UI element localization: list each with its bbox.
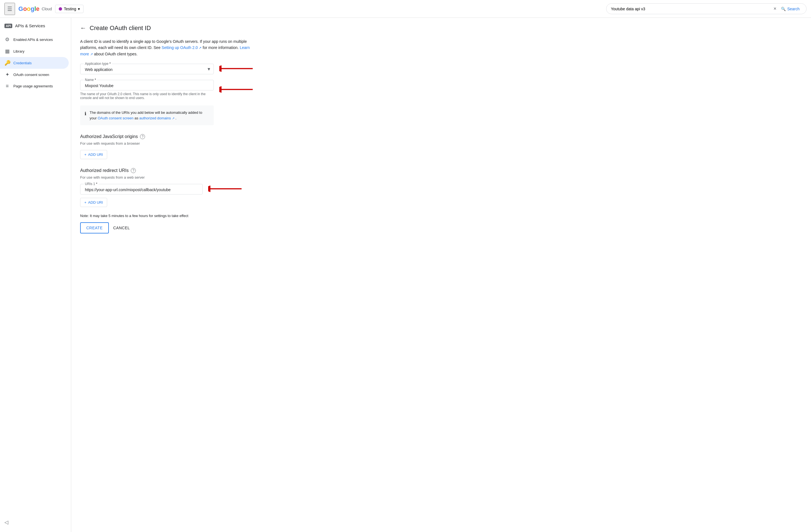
description-text-3: about OAuth client types. (94, 52, 137, 56)
google-cloud-logo[interactable]: Google Cloud (18, 5, 52, 13)
js-origins-help-icon[interactable]: ? (140, 134, 145, 139)
uri-1-label: URIs 1 * (84, 182, 98, 186)
info-box-text: The domains of the URIs you add below wi… (90, 110, 209, 121)
oauth-icon: ✦ (4, 72, 10, 78)
search-clear-button[interactable]: × (774, 6, 777, 12)
application-type-field: Application type * Web application ▾ (80, 64, 214, 74)
page-usage-icon: ≡ (4, 83, 10, 89)
add-uri-label-2: ADD URI (88, 200, 103, 204)
credentials-icon: 🔑 (4, 60, 10, 66)
sidebar-header: API APIs & Services (0, 20, 71, 31)
info-box: ℹ The domains of the URIs you add below … (80, 106, 214, 125)
name-field: Name * (80, 80, 214, 91)
topbar: ☰ Google Cloud Testing ▾ × 🔍 Search (0, 0, 811, 18)
info-icon: ℹ (85, 110, 86, 117)
menu-button[interactable]: ☰ (4, 3, 15, 15)
application-type-group: Application type * Web application ▾ (80, 64, 214, 74)
sidebar-item-label: Credentials (13, 61, 32, 65)
page-description: A client ID is used to identify a single… (80, 38, 258, 57)
js-origins-hint: For use with requests from a browser (80, 141, 313, 145)
name-hint: The name of your OAuth 2.0 client. This … (80, 92, 214, 100)
back-button[interactable]: ← (80, 25, 86, 32)
redirect-uris-hint: For use with requests from a web server (80, 175, 313, 179)
hamburger-icon: ☰ (7, 6, 12, 12)
search-icon: 🔍 (781, 7, 786, 11)
sidebar-item-enabled[interactable]: ⚙ Enabled APIs & services (0, 34, 69, 45)
cloud-text: Cloud (42, 7, 52, 11)
search-label: Search (787, 7, 800, 11)
sidebar-title: APIs & Services (15, 24, 45, 28)
library-icon: ▦ (4, 48, 10, 54)
back-arrow-icon: ← (80, 25, 86, 32)
app-layout: API APIs & Services ⚙ Enabled APIs & ser… (0, 18, 811, 532)
sidebar-item-label: Enabled APIs & services (13, 37, 53, 42)
uri-1-field: URIs 1 * (80, 184, 203, 194)
create-button[interactable]: CREATE (80, 222, 109, 233)
sidebar-item-oauth[interactable]: ✦ OAuth consent screen (0, 69, 69, 80)
sidebar-item-label: Library (13, 49, 25, 53)
search-button[interactable]: 🔍 Search (779, 7, 802, 11)
note-text: Note: It may take 5 minutes to a few hou… (80, 214, 214, 218)
collapse-icon: ◁ (4, 519, 9, 525)
application-type-label: Application type * (84, 62, 112, 66)
setup-oauth-link[interactable]: Setting up OAuth 2.0 ↗ (162, 45, 202, 50)
action-buttons: CREATE CANCEL (80, 222, 313, 233)
sidebar-collapse-button[interactable]: ◁ (0, 517, 13, 528)
authorized-domains-link[interactable]: authorized domains ↗ (139, 116, 175, 120)
api-badge: API (4, 24, 12, 28)
sidebar-item-credentials[interactable]: 🔑 Credentials (0, 57, 69, 69)
arrow-indicator-1 (219, 65, 253, 73)
add-uri-button-1[interactable]: + ADD URI (80, 150, 107, 159)
add-uri-plus-icon-1: + (84, 153, 87, 157)
redirect-uris-title: Authorized redirect URIs ? (80, 168, 313, 173)
project-label: Testing (64, 7, 76, 11)
application-type-select[interactable]: Web application (85, 67, 209, 72)
enabled-apis-icon: ⚙ (4, 36, 10, 43)
description-text-2: for more information. (203, 45, 240, 50)
sidebar: API APIs & Services ⚙ Enabled APIs & ser… (0, 18, 71, 532)
add-uri-plus-icon-2: + (84, 200, 87, 204)
page-title: Create OAuth client ID (90, 25, 151, 32)
oauth-consent-link[interactable]: OAuth consent screen (98, 116, 134, 120)
name-input[interactable] (85, 83, 209, 88)
search-container: × 🔍 Search (606, 3, 807, 14)
search-input[interactable] (611, 7, 771, 11)
page-header: ← Create OAuth client ID (80, 25, 313, 32)
cancel-button[interactable]: CANCEL (113, 226, 130, 230)
js-origins-title: Authorized JavaScript origins ? (80, 134, 313, 139)
redirect-uris-help-icon[interactable]: ? (131, 168, 136, 173)
project-selector[interactable]: Testing ▾ (55, 5, 83, 13)
uri-1-container: URIs 1 * (80, 184, 203, 194)
main-content: ← Create OAuth client ID A client ID is … (71, 18, 322, 532)
project-dropdown-icon: ▾ (78, 7, 80, 11)
sidebar-item-library[interactable]: ▦ Library (0, 45, 69, 57)
name-label: Name * (84, 78, 97, 82)
sidebar-nav: ⚙ Enabled APIs & services ▦ Library 🔑 Cr… (0, 34, 71, 92)
google-logo: Google (18, 5, 40, 13)
sidebar-item-label: OAuth consent screen (13, 73, 49, 77)
project-dot-icon (59, 7, 62, 11)
add-uri-label-1: ADD URI (88, 153, 103, 157)
arrow-indicator-2 (219, 86, 253, 94)
sidebar-item-page-usage[interactable]: ≡ Page usage agreements (0, 80, 69, 92)
sidebar-item-label: Page usage agreements (13, 84, 53, 88)
uri-1-input[interactable] (85, 188, 198, 192)
arrow-indicator-3 (208, 186, 242, 193)
add-uri-button-2[interactable]: + ADD URI (80, 198, 107, 207)
name-group: Name * The name of your OAuth 2.0 client… (80, 80, 214, 100)
